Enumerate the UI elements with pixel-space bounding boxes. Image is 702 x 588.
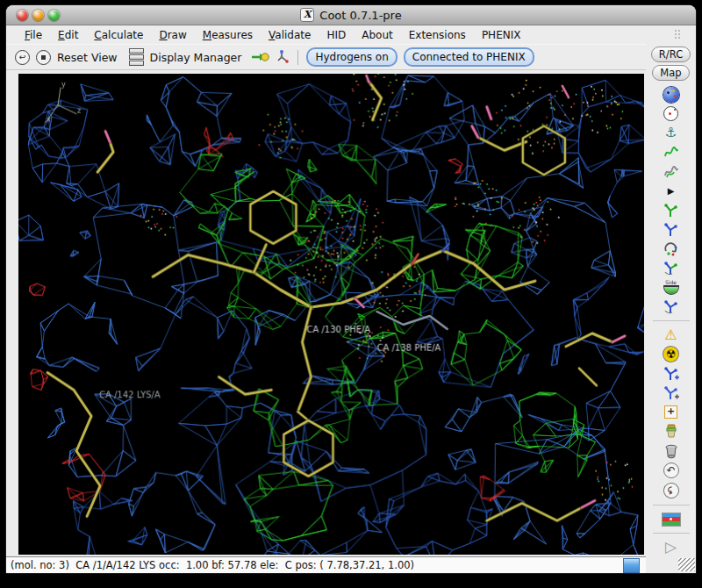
- delete-item-icon[interactable]: [660, 443, 683, 458]
- edit-chi-angles-icon[interactable]: [660, 241, 683, 256]
- x11-icon: X: [300, 8, 314, 22]
- menu-item-draw[interactable]: Draw: [151, 27, 194, 43]
- menu-item-measures[interactable]: Measures: [195, 27, 261, 43]
- scale-thumb[interactable]: [623, 558, 640, 573]
- menu-item-about[interactable]: About: [354, 27, 400, 43]
- environment-molecule-icon[interactable]: [276, 49, 290, 65]
- rotate-sphere-icon[interactable]: [660, 87, 683, 102]
- menu-item-file[interactable]: File: [17, 27, 50, 43]
- add-atom-icon[interactable]: +: [660, 405, 683, 419]
- coot-window: X Coot 0.7.1-pre FileEditCalculateDrawMe…: [6, 5, 696, 573]
- display-manager-icon: [129, 48, 144, 66]
- window-title-area: X Coot 0.7.1-pre: [6, 5, 696, 25]
- menu-item-validate[interactable]: Validate: [261, 27, 319, 43]
- menu-item-extensions[interactable]: Extensions: [401, 27, 474, 43]
- pep-flip-icon[interactable]: [660, 299, 683, 314]
- radiation-mutate-icon[interactable]: ☢: [663, 347, 678, 362]
- status-text: (mol. no: 3) CA /1/A/142 LYS occ: 1.00 b…: [6, 559, 414, 571]
- menu-item-edit[interactable]: Edit: [50, 27, 86, 43]
- gl-canvas[interactable]: [18, 74, 644, 555]
- hydrogens-toggle-button[interactable]: Hydrogens on: [306, 47, 397, 67]
- stop-icon[interactable]: [36, 50, 51, 65]
- redo-icon[interactable]: ↶: [661, 481, 680, 500]
- titlebar[interactable]: X Coot 0.7.1-pre: [6, 5, 696, 25]
- canvas-frame: [6, 70, 646, 556]
- add-alt-conf-icon[interactable]: [660, 385, 683, 400]
- mutate-warning-icon[interactable]: ⚠: [660, 327, 683, 342]
- main-toolbar: ↩ Reset View Display Manager Hydroge: [6, 44, 646, 70]
- back-icon[interactable]: ↩: [15, 50, 30, 65]
- resize-grip[interactable]: [678, 558, 695, 571]
- r-rc-button[interactable]: R/RC: [651, 47, 691, 62]
- paintbrush-icon[interactable]: [660, 424, 683, 439]
- toolbar-separator: [653, 505, 690, 506]
- status-bar: (mol. no: 3) CA /1/A/142 LYS occ: 1.00 b…: [6, 556, 646, 573]
- right-panel-bottom: [646, 558, 696, 573]
- modelling-toolbar: ⚓▶Side⚠☢+↶↶▷: [653, 87, 690, 555]
- sphere-refine-icon[interactable]: [660, 164, 683, 179]
- menu-item-calculate[interactable]: Calculate: [86, 27, 151, 43]
- add-terminal-residue-icon[interactable]: [660, 366, 683, 381]
- rotamers-icon[interactable]: [660, 222, 683, 237]
- phenix-connection-button[interactable]: Connected to PHENIX: [404, 47, 534, 67]
- right-panel: R/RC Map ⚓▶Side⚠☢+↶↶▷: [646, 44, 696, 573]
- run-refinement-icon[interactable]: ▷: [660, 540, 683, 555]
- torsion-general-icon[interactable]: [660, 261, 683, 276]
- real-space-refine-icon[interactable]: [660, 145, 683, 160]
- menubar: FileEditCalculateDrawMeasuresValidateHID…: [6, 25, 696, 44]
- flip-side-chain-icon[interactable]: Side: [660, 280, 683, 295]
- go-to-atom-icon[interactable]: [251, 50, 270, 64]
- toolbar-separator: [297, 50, 298, 65]
- menu-item-phenix[interactable]: PHENIX: [474, 27, 529, 43]
- display-manager-button[interactable]: Display Manager: [150, 51, 242, 64]
- flag-icon[interactable]: [660, 512, 683, 527]
- undo-icon[interactable]: ↶: [663, 463, 679, 478]
- menu-item-hid[interactable]: HID: [319, 27, 354, 43]
- toolbar-separator: [653, 533, 690, 534]
- anchor-icon[interactable]: ⚓: [660, 125, 683, 140]
- map-button[interactable]: Map: [652, 65, 689, 81]
- recentre-clock-icon[interactable]: [660, 106, 683, 121]
- window-title: Coot 0.7.1-pre: [319, 9, 401, 22]
- accept-play-icon[interactable]: ▶: [660, 183, 683, 198]
- reset-view-button[interactable]: Reset View: [57, 51, 118, 64]
- auto-fit-rotamer-icon[interactable]: [660, 203, 683, 218]
- toolbar-separator: [653, 320, 690, 321]
- toolbar-grip[interactable]: [674, 29, 680, 39]
